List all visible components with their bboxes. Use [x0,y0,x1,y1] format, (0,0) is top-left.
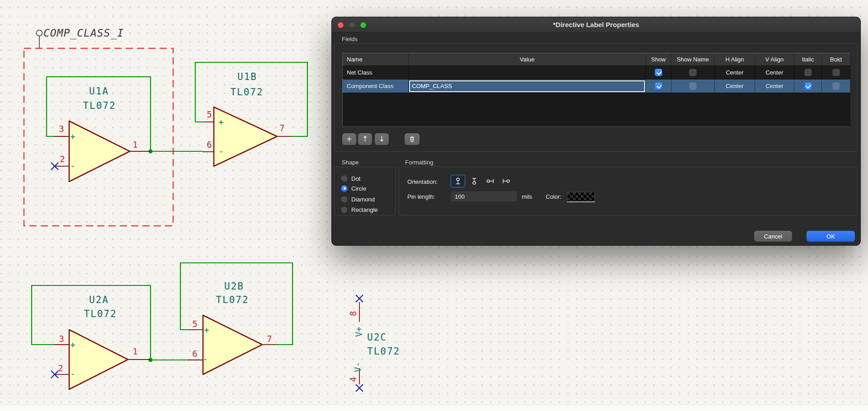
directive-label-text[interactable]: COMP_CLASS_I [43,27,124,39]
opamp-u2a[interactable]: 3 2 1 + - U2A TL072 [51,294,151,389]
wires[interactable] [32,62,307,362]
no-connect-x[interactable] [356,295,363,302]
pin-number[interactable]: 6 [192,349,197,359]
close-button[interactable] [338,22,344,28]
opamp-triangle[interactable] [203,315,262,374]
column-header-italic[interactable]: Italic [794,53,822,66]
directive-label[interactable]: COMP_CLASS_I [37,27,124,48]
pin-number[interactable]: 6 [207,140,212,149]
pin-number[interactable]: 2 [60,154,65,164]
cell-italic [794,66,822,79]
show-checkbox[interactable] [655,69,662,76]
italic-checkbox[interactable] [804,69,812,76]
arrow-up-icon: ↑ [362,135,368,143]
label-orientation-right-icon [502,177,510,185]
orientation-right-button[interactable] [499,175,513,187]
reference-label[interactable]: U2C [367,332,387,343]
pin-number[interactable]: 7 [267,334,272,344]
move-down-button[interactable]: ↓ [375,133,389,145]
reference-label[interactable]: U2B [224,281,244,292]
column-header-v-align[interactable]: V Align [755,53,794,66]
shape-option-rectangle[interactable]: Rectangle [341,205,378,214]
radio-icon[interactable] [341,175,348,182]
pin-number[interactable]: 8 [348,311,358,316]
reference-label[interactable]: U1B [237,71,257,82]
delete-field-button[interactable] [405,133,420,145]
orientation-up-button[interactable] [451,175,465,187]
canvas-bottom-edge [0,405,868,411]
pin-name-plus: + [218,117,223,127]
pin-number[interactable]: 7 [279,123,284,133]
opamp-triangle[interactable] [69,121,130,182]
ok-button[interactable]: OK [807,231,855,242]
cell-name[interactable]: Component Class [343,79,409,93]
pin-number[interactable]: 1 [132,346,137,356]
value-label[interactable]: TL072 [367,346,400,357]
shape-option-diamond[interactable]: Diamond [341,195,375,204]
cell-name[interactable]: Net Class [343,66,409,79]
radio-icon[interactable] [341,185,348,192]
value-label[interactable]: TL072 [84,308,117,319]
show-checkbox[interactable] [655,82,662,90]
label-orientation-up-icon [454,177,462,185]
zoom-button[interactable] [360,22,366,28]
shape-option-circle[interactable]: Circle [341,184,366,193]
pin-number[interactable]: 4 [348,377,358,382]
radio-icon[interactable] [341,196,348,203]
bold-checkbox[interactable] [832,69,840,76]
no-connect-x[interactable] [356,384,363,392]
column-header-bold[interactable]: Bold [822,53,850,66]
value-editor-input[interactable] [409,80,645,92]
opamp-u2c-power[interactable]: 8 V+ V- 4 U2C TL072 [348,295,400,392]
cancel-button[interactable]: Cancel [754,231,792,242]
minimize-button[interactable] [349,22,355,28]
cell-h-align[interactable]: Center [715,66,755,79]
pin-number[interactable]: 5 [192,319,197,329]
pin-number[interactable]: 3 [59,334,64,344]
column-header-value[interactable]: Value [409,53,646,66]
shape-option-dot[interactable]: Dot [341,174,360,183]
junction-dot[interactable] [149,358,153,362]
color-swatch[interactable] [567,192,595,202]
pin-length-input[interactable] [451,191,517,202]
pin-name-vplus: V+ [354,327,363,337]
value-label[interactable]: TL072 [230,87,263,98]
value-label[interactable]: TL072 [83,100,116,111]
value-label[interactable]: TL072 [216,294,249,305]
italic-checkbox[interactable] [804,82,812,90]
pin-number[interactable]: 5 [207,109,212,119]
pin-number[interactable]: 2 [58,363,63,373]
bold-checkbox[interactable] [832,82,840,90]
pin-name-vminus: V- [353,362,363,372]
add-field-button[interactable]: + [342,133,356,145]
cell-v-align[interactable]: Center [755,79,794,93]
opamp-u2b[interactable]: 5 6 7 + - U2B TL072 [188,281,276,374]
opamp-u1b[interactable]: 5 6 7 + - U1B TL072 [203,71,292,166]
show-name-checkbox[interactable] [689,69,697,76]
cell-v-align[interactable]: Center [755,66,794,79]
show-name-checkbox[interactable] [689,82,697,90]
radio-icon[interactable] [341,206,348,213]
reference-label[interactable]: U1A [89,86,109,97]
shape-group-label: Shape [342,159,359,166]
cell-value[interactable] [409,66,646,79]
trash-icon [409,135,415,143]
column-header-name[interactable]: Name [343,53,409,66]
directive-label-circle-icon[interactable] [37,30,42,36]
cell-h-align[interactable]: Center [715,79,755,93]
pin-name-minus: - [70,161,75,171]
move-up-button[interactable]: ↑ [358,133,372,145]
column-header-show[interactable]: Show [646,53,671,66]
pin-number[interactable]: 1 [132,140,137,149]
orientation-left-button[interactable] [483,175,498,187]
reference-label[interactable]: U2A [89,294,109,305]
pin-number[interactable]: 3 [59,124,64,134]
column-header-show-name[interactable]: Show Name [671,53,715,66]
opamp-triangle[interactable] [69,330,128,389]
column-header-h-align[interactable]: H Align [715,53,755,66]
opamp-triangle[interactable] [214,107,277,166]
orientation-down-button[interactable] [467,175,481,187]
pin-length-unit: mils [522,193,532,200]
cell-value [409,79,646,93]
opamp-u1a[interactable]: 3 2 1 + - U1A TL072 [51,86,151,182]
